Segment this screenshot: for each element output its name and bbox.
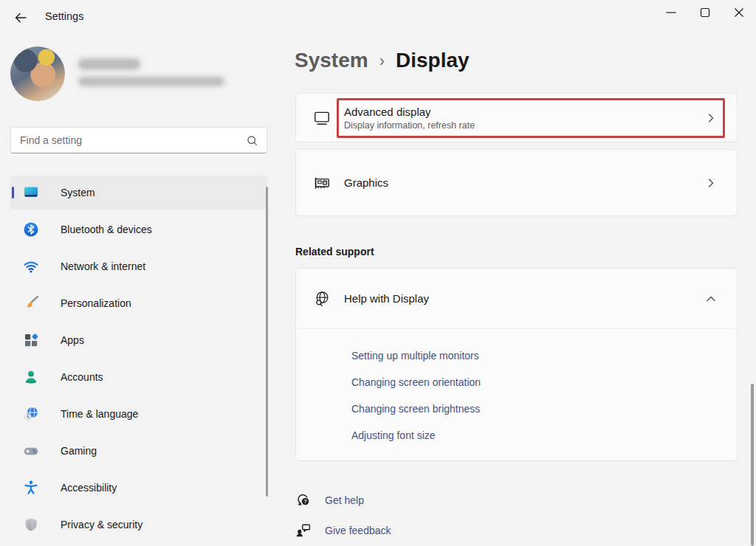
chevron-up-icon [704,292,718,305]
sidebar-item-network-internet[interactable]: Network & internet [10,249,267,283]
maximize-button[interactable] [688,0,722,25]
sidebar-item-label: Personalization [61,297,131,309]
give-feedback-icon [295,522,312,539]
user-email-blurred [78,77,224,86]
sidebar-item-label: Accessibility [61,482,117,494]
minimize-icon [663,4,679,21]
sidebar-item-time-language[interactable]: Time & language [10,397,267,431]
selected-accent-pill [12,187,14,198]
settings-nav: System Bluetooth & devices Network & int… [10,176,267,545]
chevron-right-icon [704,111,718,125]
system-icon [22,184,40,201]
accounts-icon [22,368,40,386]
accessibility-icon [22,479,40,497]
breadcrumb-separator-icon: › [379,52,385,71]
apps-icon [22,331,40,349]
titlebar: Settings [0,0,756,34]
maximize-icon [697,4,713,21]
gaming-icon [22,442,40,460]
give-feedback-link[interactable]: Give feedback [295,522,391,539]
time-language-icon [22,405,40,423]
sidebar-item-gaming[interactable]: Gaming [10,434,267,468]
search-icon [246,134,267,147]
user-name-blurred [78,58,140,70]
sidebar-item-label: Accounts [61,371,103,383]
back-arrow-icon [13,10,28,25]
sidebar-item-bluetooth-devices[interactable]: Bluetooth & devices [10,212,267,246]
related-support-heading: Related support [295,246,374,258]
help-links-list: Setting up multiple monitors Changing sc… [296,329,737,449]
sidebar-item-label: Bluetooth & devices [61,224,152,235]
globe-search-icon [312,289,331,308]
give-feedback-label: Give feedback [325,525,391,536]
card-title: Graphics [344,176,388,189]
help-link-screen-orientation[interactable]: Changing screen orientation [351,369,737,395]
card-subtitle: Display information, refresh rate [344,120,475,131]
close-icon [731,4,747,21]
sidebar-item-personalization[interactable]: Personalization [10,286,267,320]
personalization-icon [22,294,40,312]
get-help-link[interactable]: ? Get help [295,491,364,509]
sidebar-item-privacy-security[interactable]: Privacy & security [10,508,267,542]
privacy-security-icon [22,516,40,533]
page-title: Display [396,49,470,72]
sidebar-item-system[interactable]: System [10,176,267,210]
search-input[interactable] [11,134,246,146]
caption-buttons [654,0,756,25]
help-link-font-size[interactable]: Adjusting font size [351,422,737,449]
get-help-label: Get help [325,494,364,506]
sidebar-item-apps[interactable]: Apps [10,323,267,357]
sidebar-item-label: System [61,187,95,198]
help-card-title: Help with Display [344,292,429,305]
svg-text:?: ? [303,499,306,504]
sidebar-item-label: Privacy & security [61,519,142,531]
help-link-screen-brightness[interactable]: Changing screen brightness [351,395,737,422]
bluetooth-icon [22,221,40,238]
sidebar-scrollbar[interactable] [266,187,268,497]
find-a-setting-searchbox[interactable] [10,127,267,153]
get-help-icon: ? [295,491,312,509]
minimize-button[interactable] [654,0,688,25]
advanced-display-card[interactable]: Advanced display Display information, re… [295,93,738,142]
window-title: Settings [45,10,83,22]
network-icon [22,258,40,275]
back-button[interactable] [10,7,32,28]
sidebar-item-accessibility[interactable]: Accessibility [10,471,267,505]
sidebar-item-label: Apps [61,334,84,346]
close-button[interactable] [722,0,756,25]
graphics-card[interactable]: Graphics [295,149,738,216]
help-link-multiple-monitors[interactable]: Setting up multiple monitors [351,342,737,369]
help-card-header[interactable]: Help with Display [296,269,737,329]
user-avatar[interactable] [10,46,65,101]
graphics-card-icon [312,173,331,193]
main-scrollbar[interactable] [751,384,754,546]
sidebar-item-label: Time & language [61,408,138,420]
display-icon [312,108,331,128]
breadcrumb-system[interactable]: System [295,49,368,72]
chevron-right-icon [704,176,718,190]
card-title: Advanced display [344,106,475,118]
sidebar-item-label: Gaming [61,445,97,457]
breadcrumb: System › Display [295,49,470,72]
sidebar-item-accounts[interactable]: Accounts [10,360,267,394]
sidebar-item-label: Network & internet [61,260,145,272]
help-with-display-card: Help with Display Setting up multiple mo… [295,268,738,461]
